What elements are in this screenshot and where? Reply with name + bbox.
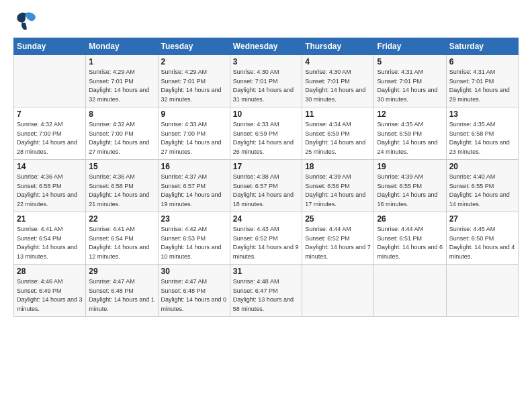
calendar-cell: 21Sunrise: 4:41 AMSunset: 6:54 PMDayligh… bbox=[14, 212, 86, 265]
day-detail: Sunrise: 4:31 AMSunset: 7:01 PMDaylight:… bbox=[377, 68, 443, 104]
day-detail: Sunrise: 4:35 AMSunset: 6:58 PMDaylight:… bbox=[449, 120, 515, 156]
day-number: 13 bbox=[449, 109, 515, 119]
calendar-cell: 6Sunrise: 4:31 AMSunset: 7:01 PMDaylight… bbox=[446, 55, 518, 107]
calendar-cell: 11Sunrise: 4:34 AMSunset: 6:59 PMDayligh… bbox=[302, 107, 374, 160]
calendar-cell: 2Sunrise: 4:29 AMSunset: 7:01 PMDaylight… bbox=[158, 55, 230, 107]
day-detail: Sunrise: 4:43 AMSunset: 6:52 PMDaylight:… bbox=[233, 225, 299, 261]
day-number: 24 bbox=[233, 214, 299, 224]
day-number: 29 bbox=[89, 267, 154, 276]
day-detail: Sunrise: 4:36 AMSunset: 6:58 PMDaylight:… bbox=[17, 173, 83, 209]
calendar-cell bbox=[374, 265, 446, 317]
day-number: 11 bbox=[305, 109, 371, 119]
day-number: 27 bbox=[449, 214, 515, 224]
day-detail: Sunrise: 4:35 AMSunset: 6:59 PMDaylight:… bbox=[377, 120, 443, 156]
day-number: 19 bbox=[377, 162, 443, 171]
day-detail: Sunrise: 4:48 AMSunset: 6:47 PMDaylight:… bbox=[233, 277, 299, 314]
weekday-header-saturday: Saturday bbox=[446, 38, 518, 55]
calendar-cell: 24Sunrise: 4:43 AMSunset: 6:52 PMDayligh… bbox=[230, 212, 302, 265]
day-number: 26 bbox=[377, 214, 443, 224]
calendar-cell: 16Sunrise: 4:37 AMSunset: 6:57 PMDayligh… bbox=[158, 160, 230, 212]
calendar-cell: 12Sunrise: 4:35 AMSunset: 6:59 PMDayligh… bbox=[374, 107, 446, 160]
day-detail: Sunrise: 4:29 AMSunset: 7:01 PMDaylight:… bbox=[89, 68, 154, 104]
day-detail: Sunrise: 4:40 AMSunset: 6:55 PMDaylight:… bbox=[449, 173, 515, 209]
day-number: 12 bbox=[377, 109, 443, 119]
calendar-cell: 28Sunrise: 4:46 AMSunset: 6:49 PMDayligh… bbox=[14, 265, 86, 317]
weekday-header-row: SundayMondayTuesdayWednesdayThursdayFrid… bbox=[14, 38, 519, 55]
day-number: 9 bbox=[161, 109, 227, 119]
calendar-cell: 5Sunrise: 4:31 AMSunset: 7:01 PMDaylight… bbox=[374, 55, 446, 107]
calendar-cell: 26Sunrise: 4:44 AMSunset: 6:51 PMDayligh… bbox=[374, 212, 446, 265]
day-detail: Sunrise: 4:44 AMSunset: 6:51 PMDaylight:… bbox=[377, 225, 443, 261]
weekday-header-thursday: Thursday bbox=[302, 38, 374, 55]
weekday-header-monday: Monday bbox=[86, 38, 158, 55]
day-number: 30 bbox=[161, 267, 227, 276]
day-number: 23 bbox=[161, 214, 227, 224]
day-number: 20 bbox=[449, 162, 515, 171]
calendar-cell: 9Sunrise: 4:33 AMSunset: 7:00 PMDaylight… bbox=[158, 107, 230, 160]
day-number: 3 bbox=[233, 57, 299, 66]
calendar-week-row: 7Sunrise: 4:32 AMSunset: 7:00 PMDaylight… bbox=[14, 107, 519, 160]
calendar-cell: 27Sunrise: 4:45 AMSunset: 6:50 PMDayligh… bbox=[446, 212, 518, 265]
day-detail: Sunrise: 4:46 AMSunset: 6:49 PMDaylight:… bbox=[17, 277, 83, 314]
day-detail: Sunrise: 4:38 AMSunset: 6:57 PMDaylight:… bbox=[233, 173, 299, 209]
calendar-week-row: 21Sunrise: 4:41 AMSunset: 6:54 PMDayligh… bbox=[14, 212, 519, 265]
day-detail: Sunrise: 4:45 AMSunset: 6:50 PMDaylight:… bbox=[449, 225, 515, 261]
day-number: 18 bbox=[305, 162, 371, 171]
calendar-cell: 29Sunrise: 4:47 AMSunset: 6:48 PMDayligh… bbox=[86, 265, 158, 317]
day-number: 4 bbox=[305, 57, 371, 66]
day-number: 14 bbox=[17, 162, 83, 171]
weekday-header-tuesday: Tuesday bbox=[158, 38, 230, 55]
day-detail: Sunrise: 4:34 AMSunset: 6:59 PMDaylight:… bbox=[305, 120, 371, 156]
calendar-cell: 31Sunrise: 4:48 AMSunset: 6:47 PMDayligh… bbox=[230, 265, 302, 317]
day-detail: Sunrise: 4:37 AMSunset: 6:57 PMDaylight:… bbox=[161, 173, 227, 209]
logo bbox=[13, 11, 40, 31]
calendar-cell: 14Sunrise: 4:36 AMSunset: 6:58 PMDayligh… bbox=[14, 160, 86, 212]
day-detail: Sunrise: 4:39 AMSunset: 6:56 PMDaylight:… bbox=[305, 173, 371, 209]
header bbox=[13, 11, 519, 31]
day-number: 10 bbox=[233, 109, 299, 119]
calendar-cell: 3Sunrise: 4:30 AMSunset: 7:01 PMDaylight… bbox=[230, 55, 302, 107]
day-number: 2 bbox=[161, 57, 227, 66]
calendar-cell: 18Sunrise: 4:39 AMSunset: 6:56 PMDayligh… bbox=[302, 160, 374, 212]
page: SundayMondayTuesdayWednesdayThursdayFrid… bbox=[0, 0, 532, 411]
calendar-cell: 19Sunrise: 4:39 AMSunset: 6:55 PMDayligh… bbox=[374, 160, 446, 212]
weekday-header-friday: Friday bbox=[374, 38, 446, 55]
day-detail: Sunrise: 4:36 AMSunset: 6:58 PMDaylight:… bbox=[89, 173, 154, 209]
day-number: 7 bbox=[17, 109, 83, 119]
calendar-cell bbox=[302, 265, 374, 317]
calendar-cell: 10Sunrise: 4:33 AMSunset: 6:59 PMDayligh… bbox=[230, 107, 302, 160]
day-number: 8 bbox=[89, 109, 154, 119]
day-number: 31 bbox=[233, 267, 299, 276]
calendar-week-row: 28Sunrise: 4:46 AMSunset: 6:49 PMDayligh… bbox=[14, 265, 519, 317]
calendar-table: SundayMondayTuesdayWednesdayThursdayFrid… bbox=[13, 38, 519, 317]
day-number: 16 bbox=[161, 162, 227, 171]
day-number: 25 bbox=[305, 214, 371, 224]
calendar-cell: 20Sunrise: 4:40 AMSunset: 6:55 PMDayligh… bbox=[446, 160, 518, 212]
calendar-cell: 23Sunrise: 4:42 AMSunset: 6:53 PMDayligh… bbox=[158, 212, 230, 265]
calendar-cell: 17Sunrise: 4:38 AMSunset: 6:57 PMDayligh… bbox=[230, 160, 302, 212]
calendar-cell: 1Sunrise: 4:29 AMSunset: 7:01 PMDaylight… bbox=[86, 55, 158, 107]
day-detail: Sunrise: 4:41 AMSunset: 6:54 PMDaylight:… bbox=[17, 225, 83, 261]
calendar-cell: 30Sunrise: 4:47 AMSunset: 6:48 PMDayligh… bbox=[158, 265, 230, 317]
day-detail: Sunrise: 4:32 AMSunset: 7:00 PMDaylight:… bbox=[89, 120, 154, 156]
day-number: 6 bbox=[449, 57, 515, 66]
calendar-cell: 15Sunrise: 4:36 AMSunset: 6:58 PMDayligh… bbox=[86, 160, 158, 212]
day-detail: Sunrise: 4:32 AMSunset: 7:00 PMDaylight:… bbox=[17, 120, 83, 156]
day-number: 15 bbox=[89, 162, 154, 171]
day-detail: Sunrise: 4:33 AMSunset: 7:00 PMDaylight:… bbox=[161, 120, 227, 156]
day-number: 1 bbox=[89, 57, 154, 66]
day-number: 21 bbox=[17, 214, 83, 224]
day-number: 22 bbox=[89, 214, 154, 224]
weekday-header-wednesday: Wednesday bbox=[230, 38, 302, 55]
calendar-cell: 25Sunrise: 4:44 AMSunset: 6:52 PMDayligh… bbox=[302, 212, 374, 265]
calendar-cell: 13Sunrise: 4:35 AMSunset: 6:58 PMDayligh… bbox=[446, 107, 518, 160]
calendar-week-row: 14Sunrise: 4:36 AMSunset: 6:58 PMDayligh… bbox=[14, 160, 519, 212]
day-detail: Sunrise: 4:31 AMSunset: 7:01 PMDaylight:… bbox=[449, 68, 515, 104]
day-number: 5 bbox=[377, 57, 443, 66]
day-number: 17 bbox=[233, 162, 299, 171]
calendar-cell: 4Sunrise: 4:30 AMSunset: 7:01 PMDaylight… bbox=[302, 55, 374, 107]
calendar-week-row: 1Sunrise: 4:29 AMSunset: 7:01 PMDaylight… bbox=[14, 55, 519, 107]
calendar-cell: 22Sunrise: 4:41 AMSunset: 6:54 PMDayligh… bbox=[86, 212, 158, 265]
day-detail: Sunrise: 4:47 AMSunset: 6:48 PMDaylight:… bbox=[161, 277, 227, 314]
day-detail: Sunrise: 4:29 AMSunset: 7:01 PMDaylight:… bbox=[161, 68, 227, 104]
